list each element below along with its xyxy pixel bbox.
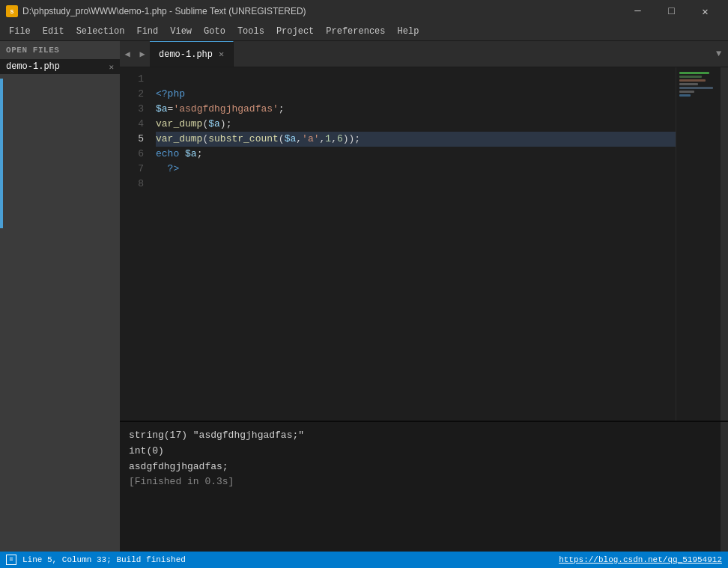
minimap-line-1 — [679, 72, 709, 74]
right-panel-scrollbar[interactable] — [721, 422, 728, 552]
sidebar-file-name: demo-1.php — [6, 61, 60, 72]
output-line-2: int(0) — [129, 444, 719, 459]
line-num-8: 8 — [120, 177, 144, 192]
editor-container: ◀ ▶ demo-1.php ✕ ▼ 1 2 3 4 5 6 7 8 — [120, 41, 728, 552]
line-num-1: 1 — [120, 72, 144, 87]
statusbar-left: ≡ Line 5, Column 33; Build finished — [6, 555, 186, 565]
svg-text:S: S — [10, 8, 14, 15]
tab-dropdown-button[interactable]: ▼ — [709, 41, 728, 67]
line-num-4: 4 — [120, 117, 144, 132]
minimap-line-6 — [679, 91, 694, 93]
minimap-line-2 — [679, 76, 702, 78]
minimize-button[interactable]: ─ — [621, 0, 655, 22]
code-line-6: echo $a; — [156, 147, 676, 162]
menu-view[interactable]: View — [164, 22, 198, 41]
line-num-7: 7 — [120, 162, 144, 177]
menu-find[interactable]: Find — [130, 22, 164, 41]
app-icon: S — [6, 5, 18, 17]
code-line-1 — [156, 72, 676, 87]
line-num-2: 2 — [120, 87, 144, 102]
menu-selection[interactable]: Selection — [70, 22, 131, 41]
var-a-1: $a — [156, 102, 168, 117]
window-title: D:\phpstudy_pro\WWW\demo-1.php - Sublime… — [22, 6, 621, 16]
titlebar: S D:\phpstudy_pro\WWW\demo-1.php - Subli… — [0, 0, 728, 22]
menu-help[interactable]: Help — [392, 22, 425, 41]
tab-demo1[interactable]: demo-1.php ✕ — [150, 41, 234, 67]
code-line-2: <?php — [156, 87, 676, 102]
code-editor[interactable]: 1 2 3 4 5 6 7 8 <?php $a='asdgfdhgjhgadf… — [120, 67, 728, 421]
output-line-4: [Finished in 0.3s] — [129, 474, 719, 490]
output-line-3: asdgfdhgjhgadfas; — [129, 459, 719, 475]
minimap-line-5 — [679, 87, 713, 89]
menu-goto[interactable]: Goto — [198, 22, 231, 41]
tab-bar: ◀ ▶ demo-1.php ✕ ▼ — [120, 41, 728, 67]
menu-edit[interactable]: Edit — [37, 22, 70, 41]
code-content[interactable]: <?php $a='asdgfdhgjhgadfas'; var_dump($a… — [150, 67, 676, 421]
line-num-6: 6 — [120, 147, 144, 162]
output-line-1: string(17) "asdgfdhgjhgadfas;" — [129, 428, 719, 444]
line-num-3: 3 — [120, 102, 144, 117]
minimap-content — [676, 67, 721, 103]
maximize-button[interactable]: □ — [655, 0, 688, 22]
menu-file[interactable]: File — [3, 22, 37, 41]
code-line-7: ?> — [156, 162, 676, 177]
statusbar-link[interactable]: https://blog.csdn.net/qq_51954912 — [559, 555, 722, 564]
tab-nav-left[interactable]: ◀ — [120, 41, 135, 67]
sidebar-close-icon[interactable]: ✕ — [109, 62, 114, 72]
menu-tools[interactable]: Tools — [231, 22, 270, 41]
minimap — [676, 67, 721, 421]
statusbar-position: Line 5, Column 33; Build finished — [22, 555, 186, 564]
code-line-4: var_dump($a); — [156, 117, 676, 132]
output-panel: string(17) "asdgfdhgjhgadfas;" int(0) as… — [120, 421, 728, 552]
sidebar-header: OPEN FILES — [0, 41, 120, 59]
minimap-line-7 — [679, 94, 691, 97]
php-open-tag: <?php — [156, 87, 185, 102]
code-line-8 — [156, 177, 676, 192]
statusbar: ≡ Line 5, Column 33; Build finished http… — [0, 552, 728, 568]
statusbar-icon: ≡ — [6, 555, 16, 565]
line-num-5: 5 — [120, 132, 144, 147]
menu-preferences[interactable]: Preferences — [320, 22, 391, 41]
window-controls: ─ □ ✕ — [621, 0, 722, 22]
sidebar-file-demo1[interactable]: demo-1.php ✕ — [0, 59, 120, 74]
tab-nav-right[interactable]: ▶ — [135, 41, 150, 67]
code-line-5: var_dump(substr_count($a,'a',1,6)); — [156, 132, 676, 147]
close-button[interactable]: ✕ — [688, 0, 722, 22]
minimap-line-4 — [679, 83, 698, 85]
code-line-3: $a='asdgfdhgjhgadfas'; — [156, 102, 676, 117]
editor-scrollbar[interactable] — [721, 67, 728, 421]
menubar: File Edit Selection Find View Goto Tools… — [0, 22, 728, 41]
output-content: string(17) "asdgfdhgjhgadfas;" int(0) as… — [120, 422, 728, 552]
menu-project[interactable]: Project — [270, 22, 320, 41]
left-edge-indicator — [0, 79, 3, 228]
sidebar: OPEN FILES demo-1.php ✕ — [0, 41, 120, 552]
tab-close-icon[interactable]: ✕ — [219, 49, 224, 60]
minimap-line-3 — [679, 79, 706, 82]
main-area: OPEN FILES demo-1.php ✕ ◀ ▶ demo-1.php ✕… — [0, 41, 728, 552]
tab-filename: demo-1.php — [159, 49, 213, 60]
line-numbers: 1 2 3 4 5 6 7 8 — [120, 67, 150, 421]
